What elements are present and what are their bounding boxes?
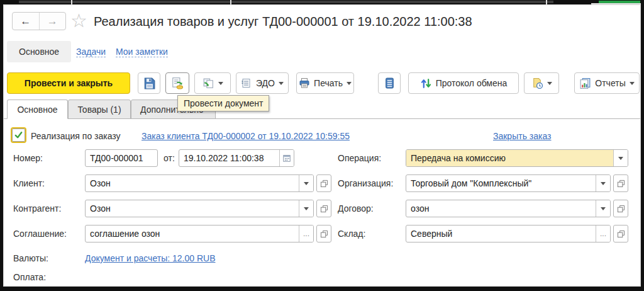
register-records-button[interactable]: [378, 72, 401, 94]
reports-label: Отчеты: [595, 78, 625, 88]
print-label: Печать: [314, 78, 343, 88]
agreement-choose-button[interactable]: ...: [299, 225, 313, 242]
window-edge-divider: [546, 0, 547, 4]
contract-open-button[interactable]: [613, 200, 628, 217]
warehouse-choose-button[interactable]: ...: [596, 225, 610, 242]
tab-main[interactable]: Основное: [7, 100, 68, 119]
number-input[interactable]: [86, 150, 157, 166]
application-window: ← → ☆ Реализация товаров и услуг ТД00-00…: [0, 0, 644, 291]
operation-field: [406, 149, 628, 167]
calendar-button[interactable]: [279, 150, 294, 166]
post-document-button[interactable]: [165, 72, 189, 94]
client-label: Клиент:: [13, 178, 45, 188]
document-title: Реализация товаров и услуг ТД00-000001 о…: [94, 14, 472, 29]
counterparty-input[interactable]: [86, 200, 299, 217]
post-and-close-label: Провести и закрыть: [25, 78, 113, 88]
agreement-open-button[interactable]: [316, 225, 331, 243]
open-icon: [617, 230, 625, 238]
operation-label: Операция:: [338, 153, 381, 163]
customer-order-link[interactable]: Заказ клиента ТД00-000002 от 19.10.2022 …: [142, 131, 350, 141]
window-edge-divider: [230, 0, 231, 4]
operation-input[interactable]: [406, 150, 613, 166]
forward-arrow-icon: →: [47, 15, 58, 28]
dropdown-caret-icon: [618, 157, 623, 160]
calendar-icon: [282, 154, 291, 163]
tab-goods[interactable]: Товары (1): [68, 100, 131, 119]
date-input[interactable]: [179, 150, 279, 166]
agreement-field: ...: [85, 225, 314, 243]
date-field: [179, 149, 294, 167]
currencies-settings-link[interactable]: Документ и расчеты: 12.00 RUB: [85, 253, 215, 263]
create-based-on-button[interactable]: [194, 72, 231, 94]
favorite-star-icon[interactable]: ☆: [70, 10, 87, 31]
number-label: Номер:: [13, 153, 43, 163]
edo-button[interactable]: ЭДО: [236, 72, 289, 94]
organization-label: Организация:: [338, 178, 393, 188]
payment-label: Оплата:: [13, 272, 46, 282]
exchange-protocol-label: Протокол обмена: [436, 78, 508, 88]
contract-dropdown-button[interactable]: [596, 200, 610, 217]
warehouse-open-button[interactable]: [613, 225, 628, 243]
organization-field: [406, 174, 611, 192]
printer-icon: [299, 77, 310, 89]
list-icon: [385, 77, 394, 89]
order-checkbox[interactable]: [12, 128, 25, 142]
scheduled-document-button[interactable]: [524, 72, 559, 94]
nav-link-notes[interactable]: Мои заметки: [116, 47, 168, 57]
open-icon: [617, 180, 625, 188]
nav-link-tasks[interactable]: Задачи: [76, 47, 106, 57]
back-button[interactable]: ←: [13, 13, 40, 30]
back-arrow-icon: ←: [20, 15, 31, 28]
window-edge-divider: [71, 0, 72, 4]
organization-input[interactable]: [406, 175, 596, 191]
contract-input[interactable]: [406, 200, 596, 217]
forward-button[interactable]: →: [40, 13, 66, 30]
tab-main-label: Основное: [17, 105, 57, 115]
create-based-on-icon: [203, 77, 214, 89]
window-edge-decoration: [19, 1, 553, 3]
order-checkbox-label: Реализация по заказу: [31, 131, 121, 141]
dropdown-caret-icon: [547, 82, 552, 85]
organization-open-button[interactable]: [613, 174, 628, 192]
counterparty-field: [85, 200, 314, 217]
edo-label: ЭДО: [256, 78, 275, 88]
exchange-protocol-button[interactable]: Протокол обмена: [408, 72, 519, 94]
form-window: ← → ☆ Реализация товаров и услуг ТД00-00…: [3, 4, 641, 287]
organization-dropdown-button[interactable]: [596, 175, 610, 191]
open-icon: [320, 205, 328, 213]
number-field: [85, 149, 158, 167]
date-prefix-label: от:: [164, 153, 175, 163]
agreement-input[interactable]: [86, 225, 299, 242]
checkmark-icon: [14, 130, 23, 140]
post-document-tooltip: Провести документ: [177, 95, 269, 111]
currencies-label: Валюты:: [13, 253, 48, 263]
counterparty-open-button[interactable]: [316, 200, 331, 217]
counterparty-dropdown-button[interactable]: [299, 200, 313, 217]
warehouse-label: Склад:: [338, 229, 365, 239]
client-field: [85, 174, 314, 192]
post-and-close-button[interactable]: Провести и закрыть: [7, 72, 130, 94]
reports-button[interactable]: Отчеты: [574, 72, 640, 94]
client-input[interactable]: [86, 175, 299, 191]
dropdown-caret-icon: [304, 207, 309, 210]
nav-section-main[interactable]: Основное: [7, 41, 71, 62]
contract-label: Договор:: [338, 203, 374, 214]
tab-goods-label: Товары (1): [77, 105, 121, 115]
client-open-button[interactable]: [316, 174, 331, 192]
exchange-arrows-icon: [420, 77, 432, 89]
close-order-link[interactable]: Закрыть заказ: [493, 131, 552, 141]
open-icon: [320, 230, 328, 238]
edo-icon: [241, 77, 252, 89]
dropdown-caret-icon: [601, 207, 606, 210]
warehouse-input[interactable]: [406, 225, 596, 242]
operation-dropdown-button[interactable]: [613, 150, 628, 166]
dropdown-caret-icon: [279, 82, 284, 85]
save-button[interactable]: [138, 72, 160, 94]
client-dropdown-button[interactable]: [299, 175, 313, 191]
history-nav-group: ← →: [12, 12, 66, 30]
print-button[interactable]: Печать: [296, 72, 354, 94]
open-icon: [617, 205, 625, 213]
contract-field: [406, 200, 611, 217]
open-icon: [320, 180, 328, 188]
save-icon: [143, 77, 155, 89]
